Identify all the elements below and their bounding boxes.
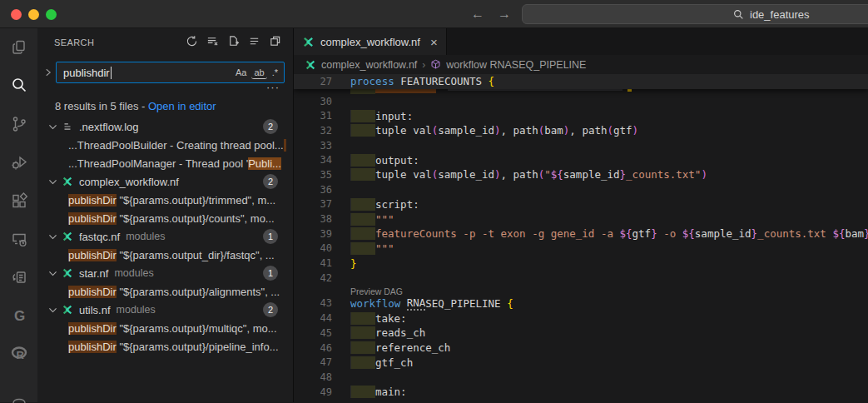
match-highlight [284, 139, 287, 152]
clear-search-results-icon[interactable] [206, 35, 219, 51]
indent-guide-highlight [350, 326, 375, 339]
breadcrumb-file[interactable]: complex_workflow.nf [321, 59, 417, 71]
chevron-down-icon[interactable] [46, 231, 59, 242]
code-line[interactable]: 32tuple val(sample_id), path(bam), path(… [294, 123, 868, 138]
code-line[interactable]: 39featureCounts -p -t exon -g gene_id -a… [294, 226, 868, 241]
extensions-icon[interactable] [9, 192, 29, 210]
match-case-toggle[interactable]: Aa [233, 66, 249, 79]
code-line[interactable]: 48 [294, 370, 868, 385]
indent-guide-highlight [350, 227, 375, 240]
code-line[interactable]: 44take: [294, 311, 868, 326]
search-match-row[interactable]: publishDir "${params.output}/pipeline_in… [37, 337, 293, 356]
code-line[interactable]: 46reference_ch [294, 341, 868, 356]
toggle-replace-chevron-icon[interactable] [42, 67, 54, 77]
match-count-badge: 2 [263, 302, 278, 317]
match-highlight: publishDir [68, 341, 117, 353]
run-and-debug-icon[interactable] [9, 153, 29, 172]
code-editor[interactable]: 27process FEATURECOUNTS {3031input:32tup… [294, 74, 868, 402]
code-token: input: [375, 110, 413, 122]
code-line[interactable]: 31input: [294, 108, 868, 123]
command-center-search-box[interactable]: ide_features [522, 4, 868, 24]
search-file-row[interactable]: .nextflow.log2 [37, 117, 293, 136]
code-line[interactable]: 36 [294, 182, 868, 197]
minimize-window-button[interactable] [28, 9, 39, 20]
line-number: 42 [294, 272, 332, 284]
code-line[interactable]: 38""" [294, 211, 868, 226]
chevron-down-icon[interactable] [46, 122, 59, 132]
code-token: sample_id [438, 124, 494, 137]
remote-explorer-icon[interactable] [9, 230, 29, 248]
search-match-row[interactable]: publishDir "${params.output}/alignments"… [37, 282, 293, 301]
code-line[interactable]: 40""" [294, 241, 868, 256]
regex-toggle[interactable]: .* [270, 66, 280, 79]
search-file-row[interactable]: utils.nfmodules2 [37, 301, 293, 319]
code-line[interactable]: 33 [294, 138, 868, 153]
nextflow-icon [61, 231, 74, 242]
tab-complex-workflow[interactable]: complex_workflow.nf × [294, 28, 447, 55]
line-number: 44 [294, 312, 332, 324]
gitlens-icon[interactable]: G [9, 306, 29, 325]
file-history-icon[interactable] [9, 268, 29, 286]
search-match-row[interactable]: ...ThreadPoolBuilder - Creating thread p… [37, 136, 293, 154]
search-match-row[interactable]: ...ThreadPoolManager - Thread pool 'Publ… [37, 154, 293, 172]
close-window-button[interactable] [11, 9, 22, 20]
chevron-down-icon[interactable] [46, 268, 59, 279]
whole-word-toggle[interactable]: ab [251, 66, 266, 79]
line-number: 37 [294, 198, 332, 210]
search-file-row[interactable]: fastqc.nfmodules1 [37, 227, 293, 246]
code-token: RNA [407, 296, 426, 311]
collapse-all-icon[interactable] [269, 35, 281, 51]
source-control-icon[interactable] [9, 115, 29, 133]
indent-guide-highlight [350, 154, 375, 167]
explorer-icon[interactable] [9, 38, 29, 57]
maximize-window-button[interactable] [46, 9, 57, 20]
code-line[interactable]: 49main: [294, 385, 868, 400]
code-token: bam [544, 124, 563, 137]
open-in-editor-link[interactable]: Open in editor [148, 100, 216, 112]
search-match-row[interactable]: publishDir "${params.output}/counts", mo… [37, 209, 293, 227]
chevron-down-icon[interactable] [46, 177, 59, 187]
code-token: { [489, 75, 495, 87]
code-line[interactable]: 42 [294, 271, 868, 286]
code-token: process [350, 75, 400, 87]
partial-extension-icon[interactable] [9, 386, 29, 403]
toggle-search-details-button[interactable]: ··· [37, 83, 293, 93]
code-token: ) [494, 168, 501, 181]
sticky-scroll-line[interactable]: 27process FEATURECOUNTS { [294, 74, 868, 89]
code-line[interactable]: 43workflow RNASEQ_PIPELINE { [294, 296, 868, 311]
code-line[interactable]: 37script: [294, 197, 868, 212]
code-line[interactable]: 45reads_ch [294, 326, 868, 341]
code-line[interactable]: 30 [294, 94, 868, 109]
view-as-list-icon[interactable] [248, 35, 260, 51]
indent-guide-highlight [350, 242, 375, 255]
code-token: } [350, 257, 357, 270]
close-tab-icon[interactable]: × [430, 35, 438, 49]
search-input[interactable]: publishdir Aa ab .* [56, 62, 285, 83]
titlebar: ← → ide_features [0, 0, 868, 28]
search-file-row[interactable]: star.nfmodules1 [37, 264, 293, 282]
search-file-row[interactable]: complex_workflow.nf2 [37, 172, 293, 191]
refresh-icon[interactable] [186, 35, 198, 51]
code-line[interactable]: 35tuple val(sample_id), path("${sample_i… [294, 167, 868, 182]
r-language-icon[interactable]: R [9, 345, 29, 363]
search-match-row[interactable]: publishDir "${params.output}/multiqc", m… [37, 319, 293, 337]
breadcrumb: complex_workflow.nf › workflow RNASEQ_PI… [294, 55, 868, 74]
code-token: sample_id [563, 168, 620, 181]
chevron-down-icon[interactable] [46, 305, 59, 316]
search-match-row[interactable]: publishDir "${params.output_dir}/fastqc"… [37, 246, 293, 264]
code-line[interactable]: 47gtf_ch [294, 355, 868, 370]
code-token: _counts.txt [757, 227, 832, 240]
match-context: ...ThreadPoolBuilder - Creating thread p… [68, 139, 284, 152]
code-line[interactable]: 41} [294, 256, 868, 271]
navigate-forward-icon[interactable]: → [498, 7, 511, 22]
open-new-search-editor-icon[interactable] [227, 35, 240, 51]
search-match-row[interactable]: publishDir "${params.output}/trimmed", m… [37, 191, 293, 209]
nextflow-icon [61, 176, 74, 187]
code-line[interactable]: 34output: [294, 152, 868, 167]
search-icon[interactable] [9, 77, 29, 95]
navigate-back-icon[interactable]: ← [471, 7, 484, 22]
file-dir-label: modules [117, 304, 156, 316]
breadcrumb-symbol[interactable]: workflow RNASEQ_PIPELINE [446, 59, 586, 71]
nextflow-icon [302, 36, 315, 48]
codelens-preview-dag[interactable]: Preview DAG [294, 286, 868, 296]
